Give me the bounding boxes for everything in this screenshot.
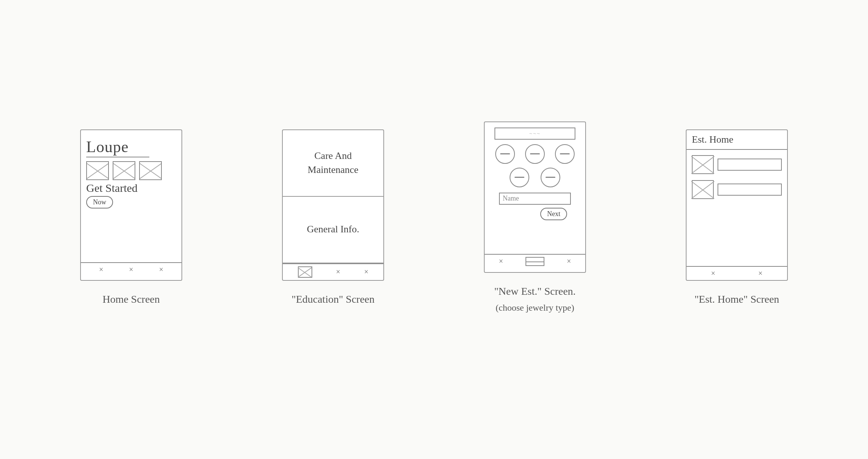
est-home-screen-phone: Est. Home × × "Est. Home" Screen — [686, 129, 788, 307]
general-info-text: General Info. — [307, 222, 360, 236]
home-screen-label: Home Screen — [102, 291, 160, 307]
image-placeholder-1 — [86, 161, 109, 180]
est-home-header: Est. Home — [687, 130, 787, 150]
item-image-1 — [692, 155, 714, 174]
est-home-screen-label: "Est. Home" Screen — [694, 291, 779, 307]
jewelry-type-2[interactable] — [525, 144, 545, 164]
search-bar — [494, 128, 575, 140]
general-info-section: General Info. — [283, 197, 383, 263]
next-button[interactable]: Next — [540, 208, 567, 220]
image-placeholder-2 — [113, 161, 135, 180]
item-row-2 — [692, 180, 782, 199]
care-maintenance-section: Care And Maintenance — [283, 130, 383, 197]
item-row-1 — [692, 155, 782, 174]
est-home-nav-x-1[interactable]: × — [711, 269, 715, 278]
education-screen-phone: Care And Maintenance General Info. × × "… — [282, 129, 384, 307]
image-placeholder-3 — [139, 161, 162, 180]
new-est-bottom-nav: × × — [485, 254, 585, 268]
new-est-screen-phone: Name Next × × "New Est." Screen. (choose… — [484, 121, 586, 315]
est-home-nav-x-2[interactable]: × — [758, 269, 763, 278]
est-home-content — [687, 150, 787, 266]
jewelry-type-1[interactable] — [495, 144, 515, 164]
education-screen-label: "Education" Screen — [291, 291, 375, 307]
jewelry-type-4[interactable] — [510, 168, 529, 187]
item-text-2 — [718, 184, 782, 196]
edu-nav-icon-1[interactable] — [298, 266, 312, 278]
circle-row-1 — [490, 144, 580, 164]
nav-icon-2[interactable]: × — [129, 265, 133, 274]
name-input[interactable]: Name — [499, 193, 571, 205]
education-bottom-nav: × × — [283, 263, 383, 280]
canvas: Loupe Get Started Now × × × Home Screen — [0, 0, 868, 459]
now-button[interactable]: Now — [86, 196, 113, 208]
new-est-screen-label: "New Est." Screen. (choose jewelry type) — [494, 283, 576, 315]
app-title: Loupe — [86, 138, 176, 156]
new-est-nav-rect[interactable] — [525, 257, 544, 266]
get-started-label: Get Started — [86, 182, 176, 194]
edu-nav-x-1[interactable]: × — [336, 268, 340, 276]
jewelry-type-3[interactable] — [555, 144, 575, 164]
care-maintenance-text: Care And Maintenance — [289, 149, 377, 177]
nav-icon-3[interactable]: × — [159, 265, 163, 274]
circle-row-2 — [490, 168, 580, 187]
new-est-nav-x-1[interactable]: × — [499, 257, 503, 266]
item-text-1 — [718, 159, 782, 171]
image-row — [86, 161, 176, 180]
education-screen-frame: Care And Maintenance General Info. × × — [282, 129, 384, 281]
home-screen-frame: Loupe Get Started Now × × × — [80, 129, 182, 281]
nav-icon-1[interactable]: × — [99, 265, 103, 274]
est-home-screen-frame: Est. Home × × — [686, 129, 788, 281]
home-bottom-nav: × × × — [81, 262, 181, 276]
new-est-nav-x-2[interactable]: × — [567, 257, 571, 266]
home-screen-phone: Loupe Get Started Now × × × Home Screen — [80, 129, 182, 307]
jewelry-type-5[interactable] — [541, 168, 560, 187]
name-placeholder: Name — [503, 194, 519, 202]
item-image-2 — [692, 180, 714, 199]
edu-nav-x-2[interactable]: × — [364, 268, 368, 276]
new-est-screen-frame: Name Next × × — [484, 121, 586, 273]
est-home-bottom-nav: × × — [687, 266, 787, 280]
